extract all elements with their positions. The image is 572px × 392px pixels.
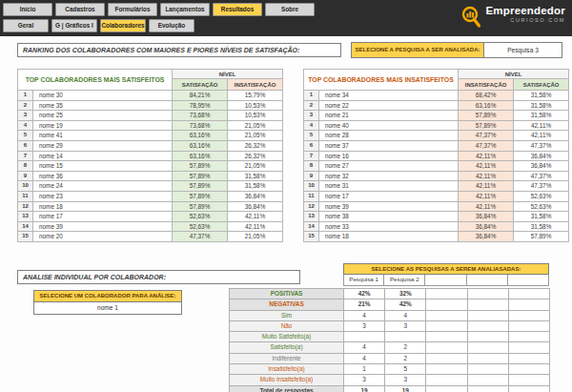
metric-value-4 — [467, 385, 508, 392]
table-row: 13nome 1752,63%42,11% — [18, 212, 283, 222]
survey-selector: SELECIONE A PESQUISA A SER ANALISADA: Pe… — [351, 42, 562, 58]
tab-lancamentos[interactable]: Lançamentos — [160, 3, 210, 16]
rank-cell: 15 — [304, 232, 319, 242]
top-dissatisfied-table: TOP COLABORADORES MAIS INSATISFEITOSNÍVE… — [303, 69, 569, 242]
level-value-primary: 47,37% — [173, 232, 228, 242]
survey-slot-2[interactable]: Pesquisa 2 — [384, 275, 425, 286]
rank-cell: 11 — [304, 191, 319, 201]
metric-value-5 — [508, 385, 549, 392]
level-value-secondary: 42,11% — [228, 221, 283, 232]
level-value-secondary: 15,79% — [228, 91, 283, 101]
level-value-secondary: 31,58% — [514, 212, 569, 222]
level-value-primary: 57,89% — [173, 191, 228, 201]
tab-geral[interactable]: Geral — [3, 19, 49, 32]
collaborator-name: nome 34 — [319, 91, 459, 101]
collaborator-name: nome 40 — [319, 120, 459, 131]
survey-slot-5[interactable] — [508, 275, 549, 286]
survey-slot-1[interactable]: Pesquisa 1 — [343, 275, 384, 286]
tab-sobre[interactable]: Sobre — [265, 3, 315, 16]
tab-inicio[interactable]: Início — [3, 3, 52, 16]
metric-value-4 — [467, 342, 508, 353]
tab-colaboradores[interactable]: Colaboradores — [100, 19, 146, 32]
metric-label: Não — [230, 320, 344, 331]
level-value-secondary: 21,05% — [228, 161, 283, 172]
collaborator-selector-label: SELECIONE UM COLABORADOR PARA ANÁLISE: — [33, 290, 182, 302]
level-value-primary: 52,63% — [173, 221, 228, 232]
level-value-primary: 78,95% — [173, 100, 228, 111]
rank-cell: 8 — [18, 161, 33, 172]
rank-cell: 14 — [18, 221, 33, 232]
level-value-secondary: 52,63% — [514, 191, 569, 201]
level-header: NÍVEL — [173, 70, 283, 79]
table-row: 4nome 4057,89%42,11% — [304, 120, 569, 131]
metric-label: Total de respostas — [230, 385, 344, 392]
metric-value-5 — [508, 332, 549, 342]
rank-cell: 2 — [18, 100, 33, 111]
collaborator-name: nome 27 — [319, 161, 459, 172]
survey-slot-3[interactable] — [425, 275, 466, 286]
metric-value-3 — [426, 375, 467, 385]
collaborator-name: nome 28 — [319, 131, 459, 141]
table-row: 2nome 3578,95%10,53% — [18, 100, 283, 111]
metric-value-2: 42% — [385, 299, 426, 310]
table-row: 2nome 2263,16%31,58% — [304, 100, 569, 111]
collaborator-name: nome 17 — [33, 212, 173, 222]
survey-slot-4[interactable] — [467, 275, 508, 286]
level-value-primary: 57,89% — [173, 171, 228, 181]
table-row: 6nome 2963,16%26,32% — [18, 140, 283, 151]
rank-cell: 4 — [304, 120, 319, 131]
rank-cell: 1 — [304, 91, 319, 101]
level-value-primary: 42,11% — [459, 181, 514, 192]
level-value-secondary: 10,53% — [228, 111, 283, 121]
level-value-primary: 36,84% — [459, 212, 514, 222]
tab-cadastros[interactable]: Cadastros — [55, 3, 105, 16]
metric-label: Muito insatisfeito(a) — [230, 375, 344, 385]
table-row: 11nome 2357,89%36,84% — [18, 191, 283, 201]
level-value-secondary: 31,58% — [514, 221, 569, 232]
level-value-secondary: 21,05% — [228, 232, 283, 242]
level-value-primary: 57,89% — [173, 181, 228, 192]
level-value-primary: 63,16% — [173, 151, 228, 161]
rank-cell: 6 — [304, 140, 319, 151]
collaborator-selector-value[interactable]: nome 1 — [33, 302, 182, 315]
table-row: 12nome 1857,89%36,84% — [18, 201, 283, 212]
collaborator-name: nome 41 — [33, 131, 173, 141]
metric-label: NEGATIVAS — [230, 299, 344, 310]
metric-value-2: 4 — [385, 310, 426, 320]
tab-g-graficos-i[interactable]: G | Gráficos I — [51, 19, 97, 32]
logo-domain-text: CURIOSO.COM — [485, 17, 565, 23]
table-row: 11nome 1742,11%52,63% — [304, 191, 569, 201]
metric-label: POSITIVAS — [230, 289, 344, 299]
table-row: 15nome 1836,84%57,89% — [304, 232, 569, 242]
level-value-secondary: 52,63% — [514, 201, 569, 212]
survey-slots-row: Pesquisa 1Pesquisa 2 — [343, 275, 549, 286]
rank-cell: 5 — [304, 131, 319, 141]
column-header-satisfacao: SATISFAÇÃO — [514, 79, 569, 91]
tab-evolucao[interactable]: Evolução — [149, 19, 194, 32]
rank-cell: 2 — [304, 100, 319, 111]
level-value-secondary: 31,58% — [514, 111, 569, 121]
tab-resultados[interactable]: Resultados — [213, 3, 262, 16]
metric-value-5 — [508, 299, 549, 310]
rank-cell: 10 — [18, 181, 33, 192]
collaborator-name: nome 36 — [33, 171, 173, 181]
collaborator-name: nome 24 — [33, 181, 173, 192]
collaborator-name: nome 21 — [319, 111, 459, 121]
level-value-secondary: 31,58% — [228, 181, 283, 192]
metric-value-1: 3 — [344, 375, 385, 385]
metric-value-3 — [426, 353, 467, 363]
individual-results-table: POSITIVAS42%32%NEGATIVAS21%42%Sim44Não33… — [229, 288, 550, 392]
rank-cell: 10 — [304, 181, 319, 192]
magnifier-chart-icon — [460, 6, 482, 32]
survey-selector-value[interactable]: Pesquisa 3 — [484, 42, 562, 58]
metric-value-2: 3 — [385, 375, 426, 385]
level-value-primary: 63,16% — [459, 100, 514, 111]
collaborator-name: nome 19 — [33, 120, 173, 131]
ranking-section-title: RANKING DOS COLABORADORES COM MAIORES E … — [17, 43, 341, 57]
primary-tab-row: InícioCadastrosFormuláriosLançamentosRes… — [3, 3, 315, 16]
metric-value-3 — [426, 320, 467, 331]
secondary-tab-row: GeralG | Gráficos IColaboradoresEvolução — [3, 19, 194, 32]
level-value-primary: 42,11% — [459, 201, 514, 212]
tab-formularios[interactable]: Formulários — [108, 3, 157, 16]
rank-cell: 12 — [304, 201, 319, 212]
